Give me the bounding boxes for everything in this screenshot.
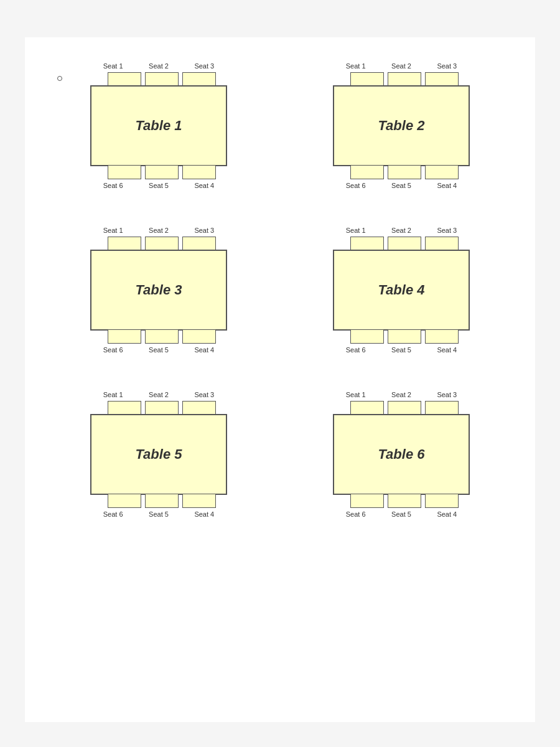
table-1-chairs-top: [101, 72, 216, 86]
table-2-seat-top-3-label: Seat 3: [428, 62, 465, 70]
table-5-chair-bottom-3: [182, 494, 216, 508]
table-5-chair-bottom-1: [108, 494, 141, 508]
table-4-chair-bottom-1: [350, 330, 384, 344]
table-1-name: Table 1: [136, 118, 182, 134]
table-1-body: Table 1: [90, 72, 227, 179]
table-3-seat-top-1-label: Seat 1: [95, 227, 132, 234]
table-6-chair-bottom-1: [350, 494, 384, 508]
table-4-seat-bottom-1-label: Seat 6: [337, 346, 375, 354]
table-5-seat-bottom-2-label: Seat 5: [140, 510, 177, 518]
table-5-seat-bottom-3-label: Seat 4: [185, 510, 223, 518]
table-1[interactable]: Seat 1Seat 2Seat 3Table 1Seat 6Seat 5Sea…: [50, 62, 268, 189]
table-1-chairs-bottom: [101, 166, 216, 179]
table-3-seat-top-2-label: Seat 2: [140, 227, 177, 234]
table-2-seat-top-1-label: Seat 1: [337, 62, 375, 70]
table-4-name: Table 4: [378, 282, 425, 298]
table-2-seat-bottom-1-label: Seat 6: [337, 182, 375, 189]
table-6-chairs-bottom: [344, 494, 459, 508]
table-2-chairs-top: [344, 72, 459, 86]
table-3-labels-bottom: Seat 6Seat 5Seat 4: [90, 346, 227, 354]
table-4-chairs-bottom: [344, 330, 459, 344]
table-4-chair-top-2: [388, 237, 421, 250]
table-6-labels-bottom: Seat 6Seat 5Seat 4: [333, 510, 470, 518]
table-6-body: Table 6: [333, 401, 470, 508]
table-1-seat-bottom-2-label: Seat 5: [140, 182, 177, 189]
table-3-seat-bottom-3-label: Seat 4: [185, 346, 223, 354]
table-3-chair-top-3: [182, 237, 216, 250]
table-6-labels-top: Seat 1Seat 2Seat 3: [333, 391, 470, 398]
table-5-seat-bottom-1-label: Seat 6: [95, 510, 132, 518]
table-3-surface[interactable]: Table 3: [90, 250, 227, 331]
table-2-chair-top-2: [388, 72, 421, 86]
table-6-seat-bottom-1-label: Seat 6: [337, 510, 375, 518]
table-6-seat-top-1-label: Seat 1: [337, 391, 375, 398]
table-2-chair-top-3: [425, 72, 459, 86]
table-5-name: Table 5: [136, 446, 182, 463]
table-3-body: Table 3: [90, 237, 227, 344]
table-6-seat-bottom-2-label: Seat 5: [383, 510, 420, 518]
table-3-chairs-bottom: [101, 330, 216, 344]
table-1-chair-bottom-2: [145, 166, 179, 179]
table-6-chairs-top: [344, 401, 459, 415]
table-4-chair-bottom-3: [425, 330, 459, 344]
table-2-surface[interactable]: Table 2: [333, 85, 470, 166]
table-5-chair-top-1: [108, 401, 141, 415]
table-4-body: Table 4: [333, 237, 470, 344]
table-3-chair-top-1: [108, 237, 141, 250]
table-4-chair-bottom-2: [388, 330, 421, 344]
table-6[interactable]: Seat 1Seat 2Seat 3Table 6Seat 6Seat 5Sea…: [292, 391, 510, 518]
table-2-body: Table 2: [333, 72, 470, 179]
table-6-chair-top-3: [425, 401, 459, 415]
table-5[interactable]: Seat 1Seat 2Seat 3Table 5Seat 6Seat 5Sea…: [50, 391, 268, 518]
table-1-surface[interactable]: Table 1: [90, 85, 227, 166]
table-1-chair-bottom-3: [182, 166, 216, 179]
table-3-seat-top-3-label: Seat 3: [185, 227, 223, 234]
tables-grid: Seat 1Seat 2Seat 3Table 1Seat 6Seat 5Sea…: [50, 62, 510, 518]
table-6-seat-top-3-label: Seat 3: [428, 391, 465, 398]
table-6-seat-bottom-3-label: Seat 4: [428, 510, 465, 518]
table-2-chair-bottom-1: [350, 166, 384, 179]
table-4-seat-top-1-label: Seat 1: [337, 227, 375, 234]
table-2-seat-top-2-label: Seat 2: [383, 62, 420, 70]
table-1-seat-top-2-label: Seat 2: [140, 62, 177, 70]
table-2-chair-bottom-2: [388, 166, 421, 179]
table-5-chair-top-2: [145, 401, 179, 415]
table-6-chair-top-1: [350, 401, 384, 415]
table-1-labels-top: Seat 1Seat 2Seat 3: [90, 62, 227, 70]
table-2-chair-top-1: [350, 72, 384, 86]
table-3-seat-bottom-1-label: Seat 6: [95, 346, 132, 354]
table-5-labels-top: Seat 1Seat 2Seat 3: [90, 391, 227, 398]
table-2-seat-bottom-2-label: Seat 5: [383, 182, 420, 189]
table-5-chairs-bottom: [101, 494, 216, 508]
table-4-labels-top: Seat 1Seat 2Seat 3: [333, 227, 470, 234]
small-circle-decoration: [57, 76, 62, 81]
table-1-labels-bottom: Seat 6Seat 5Seat 4: [90, 182, 227, 189]
table-3-chair-bottom-2: [145, 330, 179, 344]
table-6-seat-top-2-label: Seat 2: [383, 391, 420, 398]
table-6-chair-bottom-2: [388, 494, 421, 508]
table-5-labels-bottom: Seat 6Seat 5Seat 4: [90, 510, 227, 518]
table-6-chair-top-2: [388, 401, 421, 415]
table-3[interactable]: Seat 1Seat 2Seat 3Table 3Seat 6Seat 5Sea…: [50, 227, 268, 354]
table-4-surface[interactable]: Table 4: [333, 250, 470, 331]
table-2-chair-bottom-3: [425, 166, 459, 179]
table-4-seat-top-2-label: Seat 2: [383, 227, 420, 234]
table-5-chairs-top: [101, 401, 216, 415]
table-3-chair-bottom-3: [182, 330, 216, 344]
table-4-seat-top-3-label: Seat 3: [428, 227, 465, 234]
table-2[interactable]: Seat 1Seat 2Seat 3Table 2Seat 6Seat 5Sea…: [292, 62, 510, 189]
table-3-chair-top-2: [145, 237, 179, 250]
table-5-surface[interactable]: Table 5: [90, 414, 227, 495]
table-2-labels-bottom: Seat 6Seat 5Seat 4: [333, 182, 470, 189]
table-6-surface[interactable]: Table 6: [333, 414, 470, 495]
table-1-chair-top-1: [108, 72, 141, 86]
table-4-chair-top-3: [425, 237, 459, 250]
table-1-seat-top-1-label: Seat 1: [95, 62, 132, 70]
table-4-seat-bottom-2-label: Seat 5: [383, 346, 420, 354]
table-2-labels-top: Seat 1Seat 2Seat 3: [333, 62, 470, 70]
table-1-chair-top-2: [145, 72, 179, 86]
table-3-chair-bottom-1: [108, 330, 141, 344]
table-1-seat-bottom-1-label: Seat 6: [95, 182, 132, 189]
table-4[interactable]: Seat 1Seat 2Seat 3Table 4Seat 6Seat 5Sea…: [292, 227, 510, 354]
table-6-name: Table 6: [378, 446, 425, 463]
